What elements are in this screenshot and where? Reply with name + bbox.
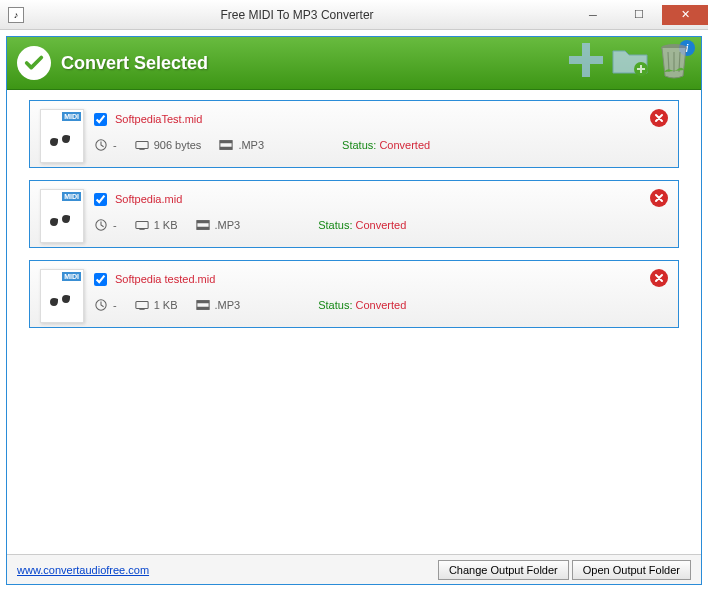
footer: www.convertaudiofree.com Change Output F… (7, 554, 701, 584)
toolbar: Convert Selected i (7, 37, 701, 90)
format-meta: .MP3 (219, 139, 264, 151)
file-item[interactable]: MIDI Softpedia tested.mid - 1 KB .MP3 St… (29, 260, 679, 328)
file-thumbnail: MIDI (40, 189, 84, 243)
film-icon-label: .MP3 (215, 219, 241, 231)
status: Status: Converted (342, 139, 502, 151)
file-item[interactable]: MIDI Softpedia.mid - 1 KB .MP3 Status: C… (29, 180, 679, 248)
convert-check-icon (17, 46, 51, 80)
remove-item-button[interactable] (650, 189, 668, 207)
svg-rect-14 (196, 221, 208, 224)
add-file-icon[interactable] (565, 39, 607, 81)
app-icon: ♪ (8, 7, 24, 23)
svg-rect-21 (196, 307, 208, 310)
midi-badge: MIDI (62, 112, 81, 121)
clock-icon-label: - (113, 299, 117, 311)
disk-icon-label: 1 KB (154, 219, 178, 231)
svg-rect-8 (220, 141, 232, 144)
format-meta: .MP3 (196, 299, 241, 311)
svg-rect-15 (196, 227, 208, 230)
file-checkbox[interactable] (94, 193, 107, 206)
size-meta: 1 KB (135, 299, 178, 311)
clock-icon-label: - (113, 139, 117, 151)
close-button[interactable]: ✕ (662, 5, 708, 25)
remove-item-button[interactable] (650, 109, 668, 127)
svg-rect-1 (569, 56, 603, 64)
size-meta: 1 KB (135, 219, 178, 231)
size-meta: 906 bytes (135, 139, 202, 151)
svg-rect-12 (139, 229, 144, 230)
svg-rect-6 (139, 149, 144, 150)
status: Status: Converted (318, 299, 478, 311)
disk-icon-label: 906 bytes (154, 139, 202, 151)
file-checkbox[interactable] (94, 273, 107, 286)
film-icon-label: .MP3 (215, 299, 241, 311)
file-name: Softpedia.mid (115, 193, 182, 205)
time-meta: - (94, 139, 117, 151)
format-meta: .MP3 (196, 219, 241, 231)
minimize-button[interactable]: ─ (570, 5, 616, 25)
change-output-folder-button[interactable]: Change Output Folder (438, 560, 569, 580)
file-name: Softpedia tested.mid (115, 273, 215, 285)
disk-icon-label: 1 KB (154, 299, 178, 311)
convert-selected-button[interactable]: Convert Selected (61, 53, 208, 74)
svg-rect-20 (196, 301, 208, 304)
film-icon-label: .MP3 (238, 139, 264, 151)
file-checkbox[interactable] (94, 113, 107, 126)
file-list: MIDI SoftpediaTest.mid - 906 bytes .MP3 … (7, 90, 701, 554)
file-item[interactable]: MIDI SoftpediaTest.mid - 906 bytes .MP3 … (29, 100, 679, 168)
svg-rect-11 (136, 222, 148, 229)
svg-rect-18 (139, 309, 144, 310)
remove-item-button[interactable] (650, 269, 668, 287)
maximize-button[interactable]: ☐ (616, 5, 662, 25)
svg-rect-17 (136, 302, 148, 309)
titlebar: ♪ Free MIDI To MP3 Converter ─ ☐ ✕ (0, 0, 708, 30)
add-folder-icon[interactable] (609, 39, 651, 81)
midi-badge: MIDI (62, 192, 81, 201)
window-controls: ─ ☐ ✕ (570, 5, 708, 25)
time-meta: - (94, 299, 117, 311)
status: Status: Converted (318, 219, 478, 231)
midi-badge: MIDI (62, 272, 81, 281)
file-thumbnail: MIDI (40, 109, 84, 163)
main-frame: Convert Selected i MIDI SoftpediaTest.mi… (6, 36, 702, 585)
file-name: SoftpediaTest.mid (115, 113, 202, 125)
time-meta: - (94, 219, 117, 231)
svg-rect-9 (220, 147, 232, 150)
clock-icon-label: - (113, 219, 117, 231)
open-output-folder-button[interactable]: Open Output Folder (572, 560, 691, 580)
svg-rect-5 (136, 142, 148, 149)
file-thumbnail: MIDI (40, 269, 84, 323)
window-title: Free MIDI To MP3 Converter (24, 8, 570, 22)
trash-icon[interactable] (653, 39, 695, 81)
website-link[interactable]: www.convertaudiofree.com (17, 564, 149, 576)
